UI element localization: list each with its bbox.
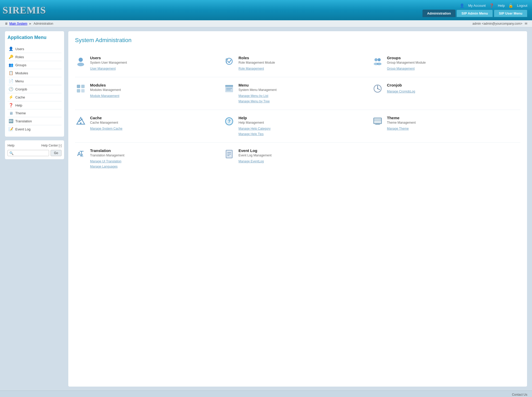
sidebar-item-theme-label: Theme (15, 111, 26, 115)
sidebar-item-menu-label: Menu (15, 79, 24, 83)
breadcrumb-bar: 🖥 Main System ► Administration admin <ad… (0, 20, 532, 27)
account-icon: 👤 (460, 3, 465, 8)
menu-grid-icon (223, 83, 235, 94)
modules-icon: 📋 (9, 71, 13, 75)
sidebar-item-menu[interactable]: 📄 Menu (8, 77, 62, 85)
menu-cell-content: Menu System Menu Management Manage Menu … (238, 83, 277, 104)
users-cell-content: Users System User Management User Manage… (90, 56, 127, 71)
manage-languages-link[interactable]: Manage Languages (90, 164, 124, 169)
modules-desc: Modules Management (90, 88, 121, 92)
modules-grid-icon (75, 83, 86, 94)
grid-cell-cache: Cache Cache Management Manage System Cac… (75, 116, 223, 137)
grid-cell-eventlog: Event Log Event Log Management Manage Ev… (223, 148, 372, 169)
help-center-link[interactable]: Help Center [-] (41, 144, 62, 147)
search-input[interactable] (13, 151, 47, 155)
cronjob-grid-icon (372, 83, 383, 94)
sidebar-item-cache[interactable]: ⚡ Cache (8, 93, 62, 101)
tab-sip-user[interactable]: SIP User Menu (494, 10, 527, 17)
svg-point-1 (77, 63, 84, 66)
theme-icon: 🖥 (9, 111, 13, 115)
svg-rect-11 (77, 89, 80, 92)
users-title: Users (90, 56, 127, 60)
help-center-collapse-icon: [-] (59, 144, 62, 147)
header-links: 👤 My Account ❓ Help 🔓 Logout (460, 3, 527, 8)
contact-us[interactable]: Contact Us (512, 393, 527, 396)
help-title: Help (238, 116, 270, 120)
sidebar-item-roles-label: Roles (15, 55, 24, 59)
manage-help-category-link[interactable]: Manage Help Category (238, 126, 270, 131)
user-management-link[interactable]: User Management (90, 66, 127, 71)
header: SIREMIS 👤 My Account ❓ Help 🔓 Logout Adm… (0, 0, 532, 20)
search-icon: 🔍 (9, 151, 13, 155)
group-management-link[interactable]: Group Management (387, 66, 426, 71)
sidebar-item-help-label: Help (15, 103, 22, 107)
sidebar-item-users[interactable]: 👤 Users (8, 45, 62, 53)
cache-icon: ⚡ (9, 95, 13, 100)
cronjob-log-link[interactable]: Manage CronjobLog (387, 89, 415, 94)
my-account-link[interactable]: My Account (468, 4, 486, 8)
manage-menu-tree-link[interactable]: Manage Menu by Tree (238, 99, 277, 104)
grid-cell-roles: Roles Role Management Module Role Manage… (223, 56, 372, 71)
sidebar-item-translation[interactable]: 🔤 Translation (8, 117, 62, 125)
eventlog-cell-content: Event Log Event Log Management Manage Ev… (238, 148, 271, 169)
tab-administration[interactable]: Administration (422, 10, 456, 17)
svg-rect-27 (374, 118, 381, 124)
main-layout: Application Menu 👤 Users 🔑 Roles 👥 Group… (0, 27, 532, 391)
svg-point-3 (226, 58, 228, 61)
logo: SIREMIS (3, 4, 46, 16)
help-box-header: Help Help Center [-] (8, 143, 62, 147)
go-button[interactable]: Go (51, 150, 62, 156)
svg-point-8 (377, 63, 381, 65)
groups-cell-content: Groups Group Management Module Group Man… (387, 56, 426, 71)
groups-grid-icon (372, 56, 383, 67)
manage-theme-link[interactable]: Manage Theme (387, 126, 416, 131)
manage-menu-list-link[interactable]: Manage Menu by List (238, 93, 277, 98)
sidebar-item-roles[interactable]: 🔑 Roles (8, 53, 62, 61)
grid-cell-menu: Menu System Menu Management Manage Menu … (223, 83, 372, 104)
sidebar-item-users-label: Users (15, 47, 24, 51)
roles-title: Roles (238, 56, 275, 60)
manage-ui-translation-link[interactable]: Manage UI Translation (90, 159, 124, 164)
sidebar-item-translation-label: Translation (15, 119, 32, 123)
svg-rect-10 (81, 85, 85, 88)
sidebar-item-cronjob[interactable]: 🕐 Cronjob (8, 85, 62, 93)
sidebar: Application Menu 👤 Users 🔑 Roles 👥 Group… (5, 31, 64, 387)
theme-desc: Theme Management (387, 121, 416, 124)
groups-title: Groups (387, 56, 426, 60)
search-input-wrap: 🔍 (8, 150, 49, 156)
manage-system-cache-link[interactable]: Manage System Cache (90, 126, 122, 131)
translation-grid-icon: AA (75, 148, 86, 160)
roles-desc: Role Management Module (238, 61, 275, 64)
admin-grid: Users System User Management User Manage… (75, 50, 520, 175)
svg-rect-12 (81, 89, 85, 92)
cache-grid-icon (75, 116, 86, 127)
sidebar-item-theme[interactable]: 🖥 Theme (8, 109, 62, 117)
grid-row-2: Modules Modules Management Module Manage… (75, 77, 520, 110)
cronjob-icon: 🕐 (9, 87, 13, 91)
sidebar-item-help[interactable]: ❓ Help (8, 101, 62, 109)
theme-title: Theme (387, 116, 416, 120)
users-grid-icon (75, 56, 86, 67)
sidebar-item-modules[interactable]: 📋 Modules (8, 69, 62, 77)
sidebar-item-cache-label: Cache (15, 95, 25, 99)
help-link[interactable]: Help (498, 4, 505, 8)
breadcrumb-main-system[interactable]: Main System (9, 22, 27, 25)
sidebar-item-groups[interactable]: 👥 Groups (8, 61, 62, 69)
theme-cell-content: Theme Theme Management Manage Theme (387, 116, 416, 137)
logout-link[interactable]: Logout (517, 4, 527, 8)
roles-cell-content: Roles Role Management Module Role Manage… (238, 56, 275, 71)
svg-rect-29 (375, 124, 380, 125)
users-icon: 👤 (9, 47, 13, 51)
role-management-link[interactable]: Role Management (238, 66, 275, 71)
eventlog-icon: 📝 (9, 127, 13, 131)
message-icon[interactable]: ✉ (525, 22, 527, 25)
tab-sip-admin[interactable]: SIP Admin Menu (456, 10, 493, 17)
sidebar-item-eventlog[interactable]: 📝 Event Log (8, 125, 62, 133)
manage-help-tips-link[interactable]: Manage Help Tips (238, 131, 270, 137)
grid-cell-empty (372, 148, 520, 169)
sidebar-item-groups-label: Groups (15, 63, 26, 67)
roles-icon: 🔑 (9, 55, 13, 59)
manage-eventlog-link[interactable]: Manage EventLog (238, 159, 271, 164)
module-management-link[interactable]: Module Management (90, 93, 121, 98)
help-desc: Help Management (238, 121, 270, 124)
